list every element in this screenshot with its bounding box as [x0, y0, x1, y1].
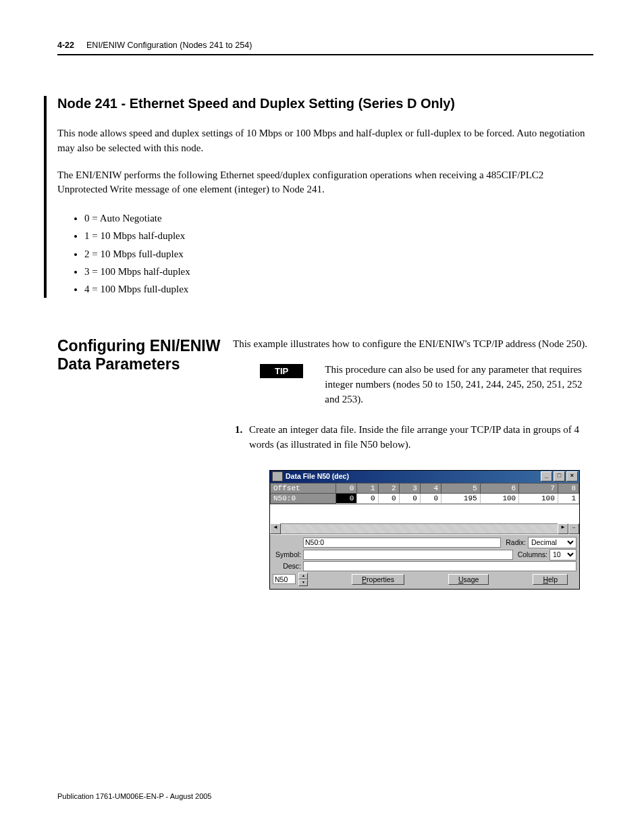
window-lower-panel: Radix: Decimal Symbol: Columns: 10 Desc:: [270, 534, 579, 589]
col-7: 7: [519, 483, 558, 493]
grid-empty-area: [270, 504, 579, 523]
bullet-item: 4 = 100 Mbps full-duplex: [84, 280, 593, 298]
col-0: 0: [336, 483, 357, 493]
running-title: ENI/ENIW Configuration (Nodes 241 to 254…: [86, 41, 252, 50]
page-header: 4-22 ENI/ENIW Configuration (Nodes 241 t…: [57, 41, 593, 50]
bullet-item: 2 = 10 Mbps full-duplex: [84, 245, 593, 263]
speed-duplex-list: 0 = Auto Negotiate 1 = 10 Mbps half-dupl…: [84, 209, 593, 298]
scroll-left-icon[interactable]: ◄: [270, 523, 281, 534]
scroll-right-icon[interactable]: ►: [558, 523, 568, 534]
section-heading-node241: Node 241 - Ethernet Speed and Duplex Set…: [57, 96, 593, 111]
page-number: 4-22: [57, 41, 74, 50]
help-button[interactable]: Help: [533, 574, 568, 585]
symbol-label: Symbol:: [273, 550, 301, 558]
cell[interactable]: 0: [357, 493, 378, 503]
scroll-track[interactable]: [281, 524, 558, 533]
publication-footer: Publication 1761-UM006E-EN-P - August 20…: [57, 792, 212, 800]
usage-button[interactable]: Usage: [448, 574, 489, 585]
col-5: 5: [441, 483, 481, 493]
cell[interactable]: 0: [336, 493, 357, 503]
symbol-input[interactable]: [303, 550, 513, 560]
header-rule: [57, 54, 593, 55]
data-grid: Offset 0 1 2 3 4 5 6 7 8 N50:0: [270, 483, 579, 504]
columns-label: Columns:: [518, 550, 547, 558]
section-heading-configuring: Configuring ENI/ENIW Data Parameters: [57, 337, 233, 373]
cell[interactable]: 195: [441, 493, 481, 503]
col-3: 3: [399, 483, 420, 493]
col-offset: Offset: [271, 483, 336, 493]
step-1: Create an integer data file. Inside the …: [245, 423, 593, 452]
scroll-extra-button[interactable]: –: [568, 523, 579, 534]
data-file-window: Data File N50 (dec) _ □ × Offset 0 1 2 3: [269, 470, 580, 590]
cell[interactable]: 100: [480, 493, 519, 503]
file-input[interactable]: [273, 574, 296, 584]
spin-down-icon[interactable]: ▾: [298, 579, 308, 586]
col-6: 6: [480, 483, 519, 493]
close-button[interactable]: ×: [566, 471, 578, 481]
bullet-item: 0 = Auto Negotiate: [84, 209, 593, 227]
tip-callout: TIP This procedure can also be used for …: [233, 363, 593, 407]
cell[interactable]: 0: [378, 493, 399, 503]
cell[interactable]: 0: [399, 493, 420, 503]
properties-button[interactable]: Properties: [352, 574, 404, 585]
row-label[interactable]: N50:0: [271, 493, 336, 503]
section2-intro: This example illustrates how to configur…: [233, 337, 593, 352]
properties-button-label: roperties: [367, 575, 394, 583]
grid-header-row: Offset 0 1 2 3 4 5 6 7 8: [271, 483, 579, 493]
spin-up-icon[interactable]: ▴: [298, 573, 308, 579]
usage-button-label: sage: [464, 575, 479, 583]
address-input[interactable]: [303, 538, 501, 548]
maximize-button[interactable]: □: [554, 471, 565, 481]
cell[interactable]: 1: [558, 493, 579, 503]
procedure-list: Create an integer data file. Inside the …: [245, 423, 593, 452]
window-icon: [272, 471, 283, 481]
section1-para2: The ENI/ENIW performs the following Ethe…: [57, 168, 593, 198]
bullet-item: 3 = 100 Mbps half-duplex: [84, 263, 593, 280]
grid-data-row[interactable]: N50:0 0 0 0 0 0 195 100 100 1: [271, 493, 579, 503]
col-1: 1: [357, 483, 378, 493]
file-spinner[interactable]: ▴▾: [298, 573, 308, 586]
horizontal-scrollbar[interactable]: ◄ ► –: [270, 523, 579, 534]
cell[interactable]: 0: [420, 493, 441, 503]
desc-label: Desc:: [273, 562, 301, 570]
minimize-button[interactable]: _: [541, 471, 552, 481]
tip-badge: TIP: [260, 364, 303, 378]
desc-input[interactable]: [303, 561, 576, 571]
columns-select[interactable]: 10: [549, 549, 576, 561]
window-titlebar[interactable]: Data File N50 (dec) _ □ ×: [270, 471, 579, 483]
tip-text: This procedure can also be used for any …: [325, 363, 593, 407]
help-button-label: elp: [548, 575, 558, 583]
col-2: 2: [378, 483, 399, 493]
cell[interactable]: 100: [519, 493, 558, 503]
col-4: 4: [420, 483, 441, 493]
window-title: Data File N50 (dec): [286, 472, 349, 480]
bullet-item: 1 = 10 Mbps half-duplex: [84, 227, 593, 244]
radix-select[interactable]: Decimal: [528, 537, 576, 548]
col-8: 8: [558, 483, 579, 493]
section1-para1: This node allows speed and duplex settin…: [57, 126, 593, 156]
radix-label: Radix:: [506, 538, 526, 546]
